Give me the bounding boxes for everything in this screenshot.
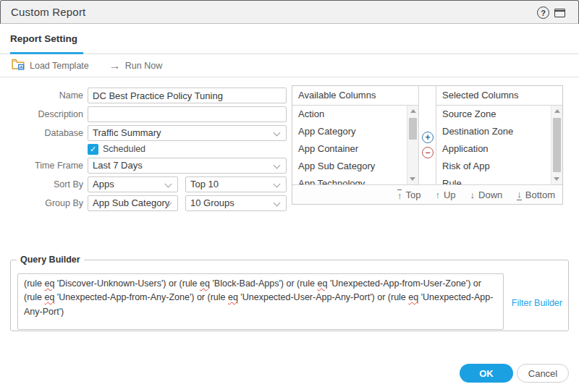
dialog-title: Custom Report [1, 6, 85, 18]
move-top-label: Top [405, 189, 420, 200]
run-now-button[interactable]: → Run Now [109, 60, 162, 72]
scheduled-label: Scheduled [103, 143, 145, 155]
scroll-down-icon[interactable] [410, 177, 415, 181]
scheduled-checkbox[interactable]: ✓ [88, 144, 98, 155]
chevron-down-icon [274, 129, 281, 137]
group-by-select[interactable]: App Sub Category [88, 195, 178, 211]
sort-by-value: Apps [93, 179, 114, 189]
time-frame-select[interactable]: Last 7 Days [88, 158, 287, 174]
arrow-to-top-icon: ↑ [397, 189, 402, 200]
group-by-value: App Sub Category [93, 197, 169, 208]
chevron-down-icon [274, 181, 281, 188]
description-label: Description [0, 106, 83, 122]
move-up-label: Up [444, 189, 456, 200]
query-input[interactable]: (rule eq 'Discover-Unknown-Users') or (r… [17, 273, 504, 330]
load-template-button[interactable]: Load Template [12, 59, 89, 72]
move-down-button[interactable]: ↓ Down [470, 189, 503, 200]
move-up-button[interactable]: ↑ Up [435, 189, 455, 200]
description-input[interactable] [88, 106, 287, 122]
load-template-label: Load Template [30, 61, 89, 71]
tab-report-setting[interactable]: Report Setting [10, 33, 77, 44]
selected-columns-list: Source ZoneDestination ZoneApplicationRi… [436, 106, 551, 184]
window-icon[interactable] [554, 9, 565, 17]
query-builder-legend: Query Builder [17, 255, 84, 265]
dialog-titlebar: Custom Report ? [0, 0, 579, 24]
scroll-up-icon[interactable] [410, 109, 416, 113]
add-column-button[interactable]: + [422, 132, 434, 143]
titlebar-icons: ? [537, 1, 565, 25]
query-builder-group: Query Builder (rule eq 'Discover-Unknown… [10, 255, 569, 331]
list-item[interactable]: Application [436, 140, 551, 158]
ok-button[interactable]: OK [460, 364, 513, 383]
load-template-folder-icon [12, 59, 25, 72]
sort-by-label: Sort By [0, 176, 83, 192]
list-item[interactable]: App Category [292, 123, 407, 140]
name-input[interactable] [88, 88, 287, 103]
move-down-label: Down [478, 189, 502, 200]
run-now-arrow-icon: → [109, 60, 121, 72]
move-bottom-label: Bottom [525, 189, 555, 200]
list-item[interactable]: Source Zone [436, 106, 551, 123]
database-select[interactable]: Traffic Summary [88, 125, 287, 141]
time-frame-label: Time Frame [0, 158, 83, 174]
list-item[interactable]: Rule [436, 175, 551, 184]
tab-bar: Report Setting [0, 24, 579, 54]
available-columns-list: ActionApp CategoryApp ContainerApp Sub C… [292, 106, 407, 184]
list-item[interactable]: Destination Zone [436, 123, 551, 140]
selected-columns-header: Selected Columns [436, 86, 562, 106]
arrow-up-icon: ↑ [435, 190, 440, 200]
column-order-toolbar: ↑ Top ↑ Up ↓ Down ↓ Bottom [292, 184, 562, 204]
time-frame-value: Last 7 Days [93, 160, 143, 171]
list-item[interactable]: App Sub Category [292, 158, 407, 175]
arrow-down-icon: ↓ [470, 190, 476, 200]
database-value: Traffic Summary [93, 127, 161, 138]
sort-by-limit-select[interactable]: Top 10 [185, 176, 287, 192]
remove-column-button[interactable]: − [422, 147, 434, 158]
run-now-label: Run Now [125, 61, 162, 71]
selected-columns-cell: Source ZoneDestination ZoneApplicationRi… [436, 106, 562, 184]
arrow-to-bottom-icon: ↓ [517, 189, 522, 200]
report-toolbar: Load Template → Run Now [0, 54, 579, 77]
chevron-down-icon [165, 181, 172, 188]
scrollbar-thumb[interactable] [409, 118, 417, 140]
group-by-label: Group By [0, 195, 83, 211]
columns-panel: Available Columns + − Selected Columns A… [292, 85, 563, 205]
available-columns-scrollbar[interactable] [407, 106, 418, 184]
name-label: Name [0, 88, 83, 103]
cancel-button[interactable]: Cancel [517, 364, 569, 383]
list-item[interactable]: App Technology [292, 175, 407, 184]
database-label: Database [0, 125, 83, 141]
move-top-button[interactable]: ↑ Top [397, 189, 420, 200]
custom-report-dialog: Custom Report ? Report Setting Load Temp… [0, 0, 579, 392]
help-icon[interactable]: ? [537, 7, 549, 19]
available-columns-cell: ActionApp CategoryApp ContainerApp Sub C… [292, 106, 418, 184]
sort-by-select[interactable]: Apps [88, 176, 178, 192]
selected-columns-scrollbar[interactable] [551, 106, 562, 184]
list-item[interactable]: Risk of App [436, 158, 551, 175]
chevron-down-icon [274, 162, 281, 169]
scroll-up-icon[interactable] [554, 109, 560, 113]
group-by-limit-value: 10 Groups [190, 197, 234, 208]
filter-builder-link[interactable]: Filter Builder [512, 298, 562, 308]
chevron-down-icon [274, 200, 281, 207]
group-by-limit-select[interactable]: 10 Groups [185, 195, 287, 211]
sort-by-limit-value: Top 10 [190, 179, 219, 189]
scroll-down-icon[interactable] [554, 177, 559, 181]
list-item[interactable]: App Container [292, 140, 407, 158]
move-bottom-button[interactable]: ↓ Bottom [517, 189, 555, 200]
available-columns-header: Available Columns [292, 86, 418, 106]
column-transfer-strip: + − [418, 86, 436, 184]
scrollbar-thumb[interactable] [553, 118, 561, 172]
list-item[interactable]: Action [292, 106, 407, 123]
